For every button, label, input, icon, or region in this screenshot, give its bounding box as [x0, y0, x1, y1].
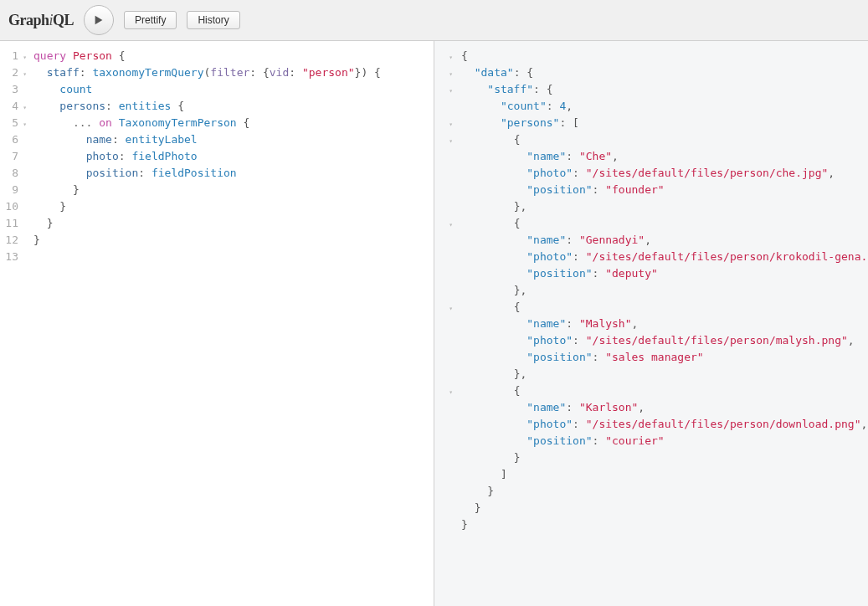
query-gutter: 1▾2▾34▾5▾678910111213 — [0, 41, 23, 606]
line-number: 1▾ — [0, 48, 18, 64]
query-line[interactable]: photo: fieldPhoto — [33, 148, 425, 165]
fold-icon[interactable]: ▾ — [23, 66, 27, 83]
query-line[interactable]: name: entityLabel — [33, 131, 425, 148]
result-viewer: ▾ ▾ ▾ ▾ ▾ ▾ ▾ ▾ { "data": { "staff": { "… — [434, 41, 868, 606]
fold-icon[interactable]: ▾ — [449, 83, 453, 100]
query-line[interactable]: persons: entities { — [33, 98, 425, 115]
prettify-button[interactable]: Prettify — [124, 11, 177, 29]
result-line: } — [460, 516, 868, 533]
fold-icon[interactable]: ▾ — [449, 49, 453, 66]
result-gutter-row — [434, 449, 444, 466]
result-line: "photo": "/sites/default/files/person/ma… — [460, 332, 868, 349]
fold-icon[interactable]: ▾ — [449, 217, 453, 234]
result-line: "position": "deputy" — [460, 265, 868, 282]
line-number: 7 — [0, 148, 18, 165]
execute-button[interactable] — [84, 5, 114, 35]
query-line[interactable] — [33, 249, 425, 265]
result-line: }, — [460, 198, 868, 215]
result-gutter-row — [434, 483, 444, 500]
result-line: ] — [460, 466, 868, 483]
fold-icon[interactable]: ▾ — [449, 66, 453, 83]
line-number: 9 — [0, 182, 18, 198]
fold-icon[interactable]: ▾ — [449, 116, 453, 133]
query-line[interactable]: ... on TaxonomyTermPerson { — [33, 115, 425, 131]
result-code[interactable]: { "data": { "staff": { "count": 4, "pers… — [449, 41, 868, 606]
result-gutter-row — [434, 198, 444, 215]
result-gutter-row — [434, 399, 444, 416]
result-line: { — [460, 215, 868, 232]
result-gutter-row — [434, 366, 444, 383]
result-gutter: ▾ ▾ ▾ ▾ ▾ ▾ ▾ ▾ — [434, 41, 449, 606]
result-line: { — [460, 383, 868, 399]
line-number: 11 — [0, 215, 18, 232]
result-gutter-row — [434, 349, 444, 366]
fold-icon[interactable]: ▾ — [449, 133, 453, 150]
line-number: 3 — [0, 81, 18, 98]
result-line: { — [460, 48, 868, 64]
result-line: "staff": { — [460, 81, 868, 98]
query-line[interactable]: count — [33, 81, 425, 98]
result-line: "name": "Malysh", — [460, 316, 868, 332]
line-number: 12 — [0, 232, 18, 249]
query-line[interactable]: staff: taxonomyTermQuery(filter: {vid: "… — [33, 64, 425, 81]
result-gutter-row: ▾ — [434, 48, 444, 64]
result-line: } — [460, 449, 868, 466]
result-line: } — [460, 500, 868, 516]
line-number: 4▾ — [0, 98, 18, 115]
result-line: "data": { — [460, 64, 868, 81]
result-gutter-row — [434, 232, 444, 249]
result-gutter-row: ▾ — [434, 64, 444, 81]
result-line: "position": "sales manager" — [460, 349, 868, 366]
query-code[interactable]: query Person { staff: taxonomyTermQuery(… — [23, 41, 434, 606]
result-gutter-row — [434, 282, 444, 299]
main-panes: 1▾2▾34▾5▾678910111213 query Person { sta… — [0, 41, 868, 606]
query-editor[interactable]: 1▾2▾34▾5▾678910111213 query Person { sta… — [0, 41, 434, 606]
result-gutter-row — [434, 165, 444, 182]
result-gutter-row — [434, 516, 444, 533]
result-line: }, — [460, 282, 868, 299]
result-gutter-row: ▾ — [434, 115, 444, 131]
result-line: } — [460, 483, 868, 500]
result-line: "count": 4, — [460, 98, 868, 115]
result-gutter-row — [434, 332, 444, 349]
result-gutter-row: ▾ — [434, 299, 444, 316]
line-number: 6 — [0, 131, 18, 148]
fold-icon[interactable]: ▾ — [23, 116, 27, 133]
result-line: "name": "Gennadyi", — [460, 232, 868, 249]
result-gutter-row: ▾ — [434, 131, 444, 148]
result-gutter-row: ▾ — [434, 215, 444, 232]
fold-icon[interactable]: ▾ — [449, 384, 453, 401]
result-line: "position": "founder" — [460, 182, 868, 198]
result-gutter-row: ▾ — [434, 383, 444, 399]
toolbar: GraphiQL Prettify History — [0, 0, 868, 41]
result-gutter-row — [434, 466, 444, 483]
result-line: "photo": "/sites/default/files/person/do… — [460, 416, 868, 433]
fold-icon[interactable]: ▾ — [23, 49, 27, 66]
logo: GraphiQL — [8, 12, 74, 29]
result-gutter-row — [434, 182, 444, 198]
fold-icon[interactable]: ▾ — [449, 300, 453, 317]
query-line[interactable]: query Person { — [33, 48, 425, 64]
result-line: "photo": "/sites/default/files/person/kr… — [460, 249, 868, 265]
line-number: 5▾ — [0, 115, 18, 131]
fold-icon[interactable]: ▾ — [23, 100, 27, 116]
result-line: }, — [460, 366, 868, 383]
result-gutter-row — [434, 316, 444, 332]
line-number: 10 — [0, 198, 18, 215]
line-number: 8 — [0, 165, 18, 182]
result-line: { — [460, 299, 868, 316]
result-line: "persons": [ — [460, 115, 868, 131]
query-line[interactable]: } — [33, 198, 425, 215]
query-line[interactable]: } — [33, 232, 425, 249]
result-gutter-row — [434, 433, 444, 449]
query-line[interactable]: position: fieldPosition — [33, 165, 425, 182]
result-gutter-row — [434, 500, 444, 516]
result-gutter-row: ▾ — [434, 81, 444, 98]
query-line[interactable]: } — [33, 215, 425, 232]
query-line[interactable]: } — [33, 182, 425, 198]
result-line: { — [460, 131, 868, 148]
result-gutter-row — [434, 265, 444, 282]
line-number: 13 — [0, 249, 18, 265]
result-gutter-row — [434, 148, 444, 165]
history-button[interactable]: History — [187, 11, 239, 29]
